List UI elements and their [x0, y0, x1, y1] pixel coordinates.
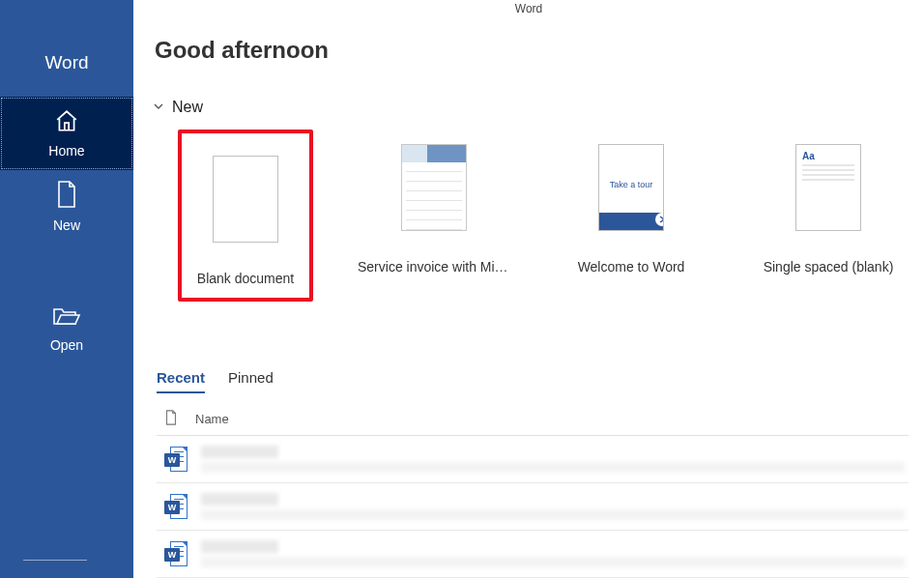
sidebar-item-open[interactable]: Open	[0, 292, 133, 365]
template-thumb	[366, 130, 502, 246]
blank-page-icon	[213, 156, 278, 243]
file-icon	[164, 410, 178, 428]
template-label: Service invoice with Micros…	[358, 259, 510, 275]
home-icon	[54, 108, 79, 137]
template-single-spaced[interactable]: Aa Single spaced (blank)	[752, 130, 905, 275]
document-icon	[55, 181, 78, 212]
table-row[interactable]: W	[157, 483, 909, 531]
single-spaced-preview-icon: Aa	[795, 144, 861, 231]
recent-documents-table: Name W W	[157, 403, 909, 578]
greeting-text: Good afternoon	[155, 37, 924, 64]
title-bar-text: Word	[515, 2, 542, 15]
table-header[interactable]: Name	[157, 403, 909, 436]
chevron-down-icon	[153, 99, 164, 116]
invoice-preview-icon	[401, 144, 467, 231]
section-title: New	[172, 99, 203, 116]
new-section-header[interactable]: New	[153, 99, 924, 116]
sidebar-divider	[23, 560, 87, 561]
redacted-text	[201, 540, 905, 567]
template-thumb: Take a tour	[563, 130, 699, 246]
folder-open-icon	[52, 304, 81, 332]
template-service-invoice[interactable]: Service invoice with Micros…	[358, 130, 510, 275]
column-name: Name	[195, 412, 229, 426]
redacted-text	[201, 493, 905, 520]
recent-tabs: Recent Pinned	[157, 369, 924, 393]
sidebar-item-label: Home	[48, 143, 84, 159]
template-label: Single spaced (blank)	[764, 259, 894, 275]
app-brand: Word	[44, 52, 88, 73]
template-gallery: Blank document Service invoice with Micr…	[178, 130, 924, 302]
word-file-icon: W	[164, 541, 188, 566]
main-panel: Word Good afternoon New Blank document	[133, 0, 924, 578]
welcome-preview-icon: Take a tour	[598, 144, 664, 231]
template-welcome[interactable]: Take a tour Welcome to Word	[555, 130, 707, 275]
sidebar-item-new[interactable]: New	[0, 170, 133, 244]
template-thumb: Aa	[761, 130, 896, 246]
tab-pinned[interactable]: Pinned	[228, 369, 274, 393]
template-blank-document[interactable]: Blank document	[178, 130, 313, 302]
template-label: Welcome to Word	[578, 259, 685, 275]
arrow-right-icon	[655, 213, 664, 226]
template-thumb	[178, 141, 313, 257]
sidebar-item-home[interactable]: Home	[0, 97, 133, 170]
word-file-icon: W	[164, 494, 188, 519]
sidebar-item-label: Open	[50, 337, 83, 353]
title-bar: Word	[133, 0, 924, 17]
template-label: Blank document	[197, 271, 294, 286]
sidebar: Word Home New Open	[0, 0, 133, 578]
word-file-icon: W	[164, 447, 188, 472]
table-row[interactable]: W	[157, 531, 909, 578]
tab-recent[interactable]: Recent	[157, 369, 205, 393]
redacted-text	[201, 446, 905, 473]
sidebar-item-label: New	[53, 217, 80, 233]
table-row[interactable]: W	[157, 436, 909, 483]
